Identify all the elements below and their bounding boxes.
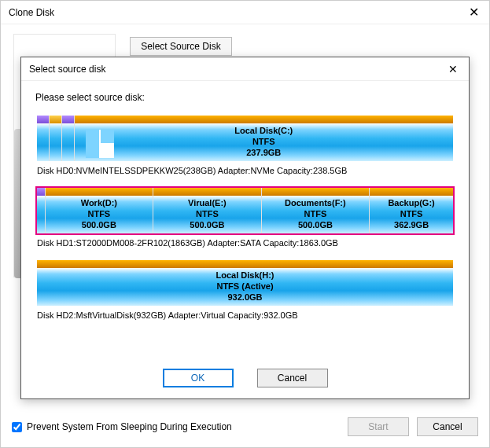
disk-graphic[interactable]: Work(D:)NTFS500.0GBVirual(E:)NTFS500.0GB… — [35, 186, 455, 235]
partition-fs: NTFS (Active) — [216, 281, 273, 292]
partition-slice[interactable] — [37, 188, 46, 233]
partition-body: Local Disk(C:)NTFS237.9GB — [75, 123, 453, 161]
disk-block: Local Disk(C:)NTFS237.9GBDisk HD0:NVMeIN… — [35, 114, 455, 175]
partition-label: Virual(E:) — [188, 198, 227, 209]
partition-body: Virual(E:)NTFS500.0GB — [153, 196, 261, 233]
partition-slice[interactable]: Work(D:)NTFS500.0GB — [46, 188, 154, 233]
partition-body: Documents(F:)NTFS500.0GB — [262, 196, 370, 233]
partition-slice[interactable]: Local Disk(H:)NTFS (Active)932.0GB — [37, 260, 453, 306]
partition-fs: NTFS — [304, 209, 327, 220]
modal-cancel-button[interactable]: Cancel — [257, 369, 328, 387]
partition-label: Local Disk(C:) — [234, 126, 293, 137]
modal-footer: OK Cancel — [21, 369, 469, 387]
windows-logo-icon — [86, 130, 114, 158]
prevent-sleep-label: Prevent System From Sleeping During Exec… — [27, 421, 232, 432]
partition-body — [62, 123, 74, 161]
partition-label: Work(D:) — [81, 198, 117, 209]
disk-list: Local Disk(C:)NTFS237.9GBDisk HD0:NVMeIN… — [35, 114, 455, 320]
partition-slice[interactable]: Local Disk(C:)NTFS237.9GB — [75, 116, 453, 161]
modal-titlebar: Select source disk ✕ — [21, 57, 469, 81]
partition-header-bar — [370, 188, 453, 196]
partition-size: 237.9GB — [246, 148, 281, 159]
partition-body: Work(D:)NTFS500.0GB — [46, 196, 153, 233]
partition-header-bar — [50, 116, 61, 123]
prevent-sleep-input[interactable] — [12, 422, 22, 432]
parent-titlebar: Clone Disk ✕ — [1, 1, 489, 24]
select-source-dialog: Select source disk ✕ Please select sourc… — [20, 57, 470, 399]
partition-header-bar — [37, 188, 45, 196]
partition-label: Backup(G:) — [388, 198, 434, 209]
partition-size: 362.9GB — [394, 220, 429, 231]
disk-info-text: Disk HD2:MsftVirtualDisk(932GB) Adapter:… — [37, 310, 455, 320]
partition-fs: NTFS — [400, 209, 423, 220]
partition-body: Local Disk(H:)NTFS (Active)932.0GB — [37, 268, 453, 306]
partition-fs: NTFS — [252, 137, 275, 148]
partition-label: Documents(F:) — [285, 198, 346, 209]
disk-block: Work(D:)NTFS500.0GBVirual(E:)NTFS500.0GB… — [35, 186, 455, 248]
partition-label: Local Disk(H:) — [216, 270, 274, 281]
select-source-disk-tab[interactable]: Select Source Disk — [130, 37, 232, 56]
partition-fs: NTFS — [196, 209, 219, 220]
partition-size: 932.0GB — [227, 292, 262, 303]
partition-body — [37, 196, 45, 233]
parent-footer: Prevent System From Sleeping During Exec… — [12, 417, 478, 436]
partition-fs: NTFS — [87, 209, 110, 220]
partition-header-bar — [37, 260, 453, 268]
modal-prompt: Please select source disk: — [35, 92, 455, 103]
partition-slice[interactable] — [37, 116, 50, 161]
partition-header-bar — [46, 188, 153, 196]
parent-close-icon[interactable]: ✕ — [466, 5, 481, 20]
modal-title: Select source disk — [29, 64, 105, 75]
disk-info-text: Disk HD0:NVMeINTELSSDPEKKW25(238GB) Adap… — [37, 166, 455, 175]
prevent-sleep-checkbox[interactable]: Prevent System From Sleeping During Exec… — [12, 421, 232, 432]
disk-graphic[interactable]: Local Disk(H:)NTFS (Active)932.0GB — [35, 259, 455, 307]
partition-body: Backup(G:)NTFS362.9GB — [370, 196, 453, 233]
partition-size: 500.0GB — [82, 220, 116, 231]
partition-slice[interactable] — [50, 116, 62, 161]
partition-slice[interactable]: Documents(F:)NTFS500.0GB — [262, 188, 370, 233]
disk-graphic[interactable]: Local Disk(C:)NTFS237.9GB — [35, 114, 455, 163]
disk-block: Local Disk(H:)NTFS (Active)932.0GBDisk H… — [35, 259, 455, 320]
partition-size: 500.0GB — [298, 220, 333, 231]
partition-body — [37, 123, 49, 161]
partition-header-bar — [62, 116, 74, 123]
partition-body — [50, 123, 61, 161]
partition-header-bar — [37, 116, 49, 123]
parent-cancel-button[interactable]: Cancel — [417, 417, 478, 436]
modal-close-icon[interactable]: ✕ — [445, 63, 461, 75]
partition-header-bar — [75, 116, 453, 123]
partition-size: 500.0GB — [190, 220, 224, 231]
partition-slice[interactable] — [62, 116, 75, 161]
partition-header-bar — [153, 188, 261, 196]
disk-info-text: Disk HD1:ST2000DM008-2FR102(1863GB) Adap… — [37, 238, 455, 248]
parent-title: Clone Disk — [9, 7, 54, 18]
partition-header-bar — [262, 188, 370, 196]
start-button[interactable]: Start — [348, 417, 409, 436]
ok-button[interactable]: OK — [163, 369, 234, 387]
partition-slice[interactable]: Backup(G:)NTFS362.9GB — [370, 188, 453, 233]
partition-slice[interactable]: Virual(E:)NTFS500.0GB — [153, 188, 262, 233]
